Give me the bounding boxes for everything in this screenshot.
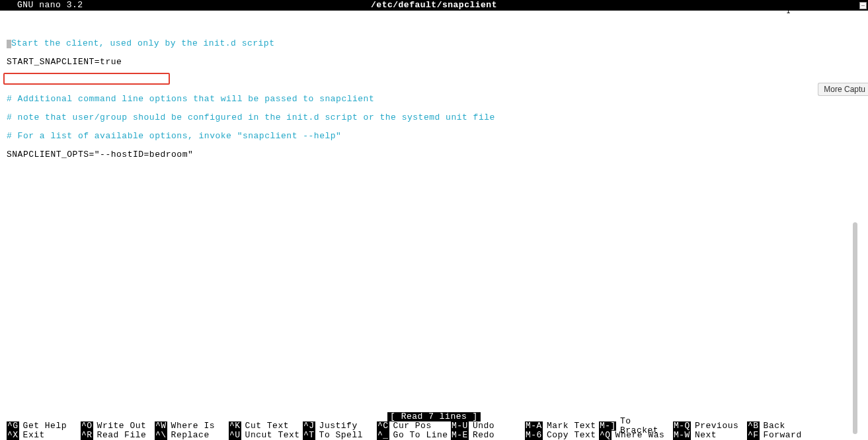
- shortcut-label: To Spell: [319, 431, 363, 440]
- shortcut-label: Get Help: [23, 421, 67, 431]
- shortcut-key: ^K: [229, 421, 241, 431]
- shortcut-key: ^G: [7, 421, 19, 431]
- shortcut-label: Read File: [97, 431, 147, 440]
- shortcut-label: Redo: [473, 431, 494, 440]
- shortcut-key: ^W: [155, 421, 167, 431]
- shortcut-key: ^Q: [599, 431, 612, 440]
- shortcut-label: Mark Text: [547, 421, 596, 431]
- comment-text: Start the client, used only by the init.…: [11, 38, 274, 48]
- shortcut-item[interactable]: ^XExit: [7, 431, 81, 440]
- shortcut-item[interactable]: ^_Go To Line: [377, 431, 451, 440]
- shortcut-key: ^R: [81, 431, 93, 440]
- shortcut-label: Replace: [171, 431, 210, 440]
- shortcut-label: Undo: [473, 421, 494, 431]
- shortcut-label: Justify: [319, 421, 358, 431]
- blank-line: [7, 76, 861, 85]
- shortcut-label: Forward: [764, 431, 802, 440]
- shortcut-item[interactable]: ^QWhere Was: [599, 431, 673, 440]
- shortcut-key: M-Q: [673, 421, 691, 431]
- shortcut-item[interactable]: M-]To Bracket: [599, 421, 673, 431]
- editor-line: Start the client, used only by the init.…: [7, 39, 861, 48]
- shortcut-key: M-U: [451, 421, 469, 431]
- file-path: /etc/default/snapclient: [371, 1, 497, 10]
- shortcut-key: M-W: [673, 431, 691, 440]
- shortcut-item[interactable]: ^OWrite Out: [81, 421, 155, 431]
- shortcut-label: Exit: [23, 431, 45, 440]
- shortcut-item[interactable]: ^WWhere Is: [155, 421, 229, 431]
- shortcut-key: ^F: [747, 431, 760, 440]
- shortcut-key: ^U: [229, 431, 241, 440]
- shortcut-key: ^C: [377, 421, 389, 431]
- status-message: [ Read 7 lines ]: [387, 412, 481, 421]
- shortcut-label: Cur Pos: [393, 421, 432, 431]
- shortcut-key: ^B: [747, 421, 760, 431]
- editor-line-highlighted: SNAPCLIENT_OPTS="--hostID=bedroom": [7, 150, 861, 159]
- editor-line: # For a list of available options, invok…: [7, 132, 861, 141]
- shortcut-item[interactable]: ^BBack: [747, 421, 821, 431]
- shortcut-label: Where Is: [171, 421, 215, 431]
- shortcut-item[interactable]: M-ERedo: [451, 431, 525, 440]
- editor-titlebar: GNU nano 3.2 /etc/default/snapclient: [0, 0, 868, 11]
- scrollbar-thumb[interactable]: [853, 222, 857, 434]
- blank-line: [7, 21, 861, 30]
- shortcut-bar: ^GGet Help^OWrite Out^WWhere Is^KCut Tex…: [7, 421, 861, 440]
- app-name: GNU nano 3.2: [17, 1, 83, 10]
- shortcut-item[interactable]: ^FForward: [747, 431, 821, 440]
- shortcut-label: Copy Text: [547, 431, 596, 440]
- shortcut-item[interactable]: M-UUndo: [451, 421, 525, 431]
- shortcut-item[interactable]: ^JJustify: [303, 421, 377, 431]
- editor-line: # Additional command line options that w…: [7, 95, 861, 104]
- shortcut-key: M-E: [451, 431, 469, 440]
- shortcut-key: ^T: [303, 431, 315, 440]
- cursor: [7, 40, 11, 48]
- shortcut-item[interactable]: ^\Replace: [155, 431, 229, 440]
- shortcut-label: Go To Line: [393, 431, 448, 440]
- shortcut-key: M-A: [525, 421, 543, 431]
- shortcut-key: ^X: [7, 431, 19, 440]
- shortcut-key: ^\: [155, 431, 167, 440]
- scrollbar-track[interactable]: [852, 11, 857, 440]
- editor-line: # note that user/group should be configu…: [7, 113, 861, 122]
- shortcut-item[interactable]: ^GGet Help: [7, 421, 81, 431]
- shortcut-item[interactable]: ^CCur Pos: [377, 421, 451, 431]
- shortcut-key: ^J: [303, 421, 315, 431]
- shortcut-label: Where Was: [615, 431, 665, 440]
- editor-content[interactable]: Start the client, used only by the init.…: [0, 11, 868, 169]
- text-cursor-icon: I: [787, 7, 791, 16]
- shortcut-item[interactable]: ^RRead File: [81, 431, 155, 440]
- shortcut-item[interactable]: ^TTo Spell: [303, 431, 377, 440]
- shortcut-label: Previous: [695, 421, 738, 431]
- editor-line: START_SNAPCLIENT=true: [7, 58, 861, 67]
- shortcut-label: Back: [764, 421, 785, 431]
- shortcut-label: Uncut Text: [245, 431, 300, 440]
- shortcut-item[interactable]: M-QPrevious: [673, 421, 747, 431]
- shortcut-label: Cut Text: [245, 421, 289, 431]
- shortcut-row-2: ^XExit^RRead File^\Replace^UUncut Text^T…: [7, 431, 861, 440]
- shortcut-item[interactable]: ^KCut Text: [229, 421, 303, 431]
- more-capture-button[interactable]: More Captu: [818, 83, 868, 96]
- shortcut-key: M-]: [599, 421, 616, 431]
- shortcut-item[interactable]: M-AMark Text: [525, 421, 599, 431]
- shortcut-item[interactable]: M-6Copy Text: [525, 431, 599, 440]
- status-line: [ Read 7 lines ]: [0, 412, 868, 421]
- shortcut-label: Next: [695, 431, 717, 440]
- window-control-icon[interactable]: [859, 2, 867, 9]
- shortcut-row-1: ^GGet Help^OWrite Out^WWhere Is^KCut Tex…: [7, 421, 861, 431]
- shortcut-key: ^O: [81, 421, 93, 431]
- shortcut-label: Write Out: [97, 421, 147, 431]
- shortcut-key: ^_: [377, 431, 389, 440]
- shortcut-item[interactable]: M-WNext: [673, 431, 747, 440]
- shortcut-key: M-6: [525, 431, 543, 440]
- shortcut-item[interactable]: ^UUncut Text: [229, 431, 303, 440]
